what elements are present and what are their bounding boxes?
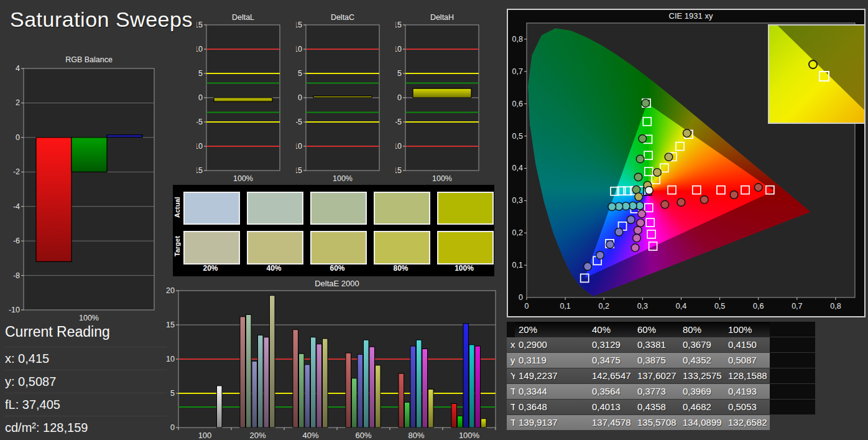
swatch-col-label: 100% [437,264,491,273]
svg-text:0,8: 0,8 [512,35,523,44]
svg-text:-2: -2 [13,167,20,176]
table-cell: 0,2900 [515,337,588,352]
cie-measured-marker [635,193,643,201]
cie-measured-marker [584,263,592,271]
svg-text:-4: -4 [13,202,20,211]
cie-inset-measured-marker [808,60,818,69]
table-header-cell [507,322,515,338]
swatch-target-40% [247,231,303,264]
svg-text:-5: -5 [296,118,302,126]
delta-h-chart[interactable]: DeltaH151050-5-10-15100% [395,7,489,187]
svg-text:10: 10 [166,355,175,363]
swatch-target-80% [374,231,430,264]
table-cell: 0,3679 [679,337,724,352]
delta-e-2000-chart[interactable]: DeltaE 20000510152010020%40%60%80%100% [163,279,499,440]
cie-measured-marker [677,199,685,207]
delta_c-bar-deltac [313,96,372,98]
delta_l-svg: DeltaL151050-5-10-15100% [196,7,290,184]
swatch-row-label-actual: Actual [173,192,182,223]
delta-e-bar [428,389,434,428]
svg-text:15: 15 [296,21,302,29]
svg-text:DeltaH: DeltaH [430,13,454,22]
delta-e-2000-svg: DeltaE 20000510152010020%40%60%80%100% [163,279,499,440]
cie-measured-marker [634,173,642,181]
table-cell: 0,4682 [679,400,724,414]
swatch-col-label: 20% [183,264,238,273]
cie-1931-chart[interactable]: CIE 1931 xy00,10,10,20,20,30,30,40,40,50… [507,9,866,317]
table-cell: 0,3564 [588,384,634,399]
cie-measured-marker [700,195,708,204]
delta-e-bar [246,315,252,428]
cie-measured-marker [638,210,646,218]
svg-text:15: 15 [196,21,203,29]
actual-target-swatch-panel[interactable]: ActualTarget20%40%60%80%100% [173,185,494,276]
delta-e-bar [463,324,469,428]
svg-text:0: 0 [525,302,529,311]
svg-text:DeltaC: DeltaC [331,13,354,22]
table-header-cell: 20% [515,322,588,338]
swatch-col-label: 40% [247,264,301,273]
table-header-cell: 40% [588,322,634,338]
delta-e-bar [258,335,264,428]
table-cell: 132,6582 [724,415,770,430]
table-cell: 137,6027 [634,368,679,383]
svg-text:15: 15 [166,321,175,329]
delta-e-bar [358,354,363,428]
delta-e-bar [323,339,328,428]
swatch-actual-20% [183,192,240,225]
svg-text:100%: 100% [233,174,253,183]
current-reading-cdm: cd/m²: 128,159 [5,416,167,439]
current-reading-panel: Current Reading x: 0,415y: 0,5087fL: 37,… [5,324,167,439]
svg-text:0,6: 0,6 [753,302,764,311]
cie-measured-marker [634,227,642,235]
delta-e-bar [410,346,416,428]
table-cell: 0,5087 [724,353,770,368]
table-cell: 0,4352 [679,353,724,368]
svg-text:0,5: 0,5 [512,132,523,141]
svg-text:0: 0 [298,93,302,102]
svg-text:100%: 100% [459,431,480,440]
table-cell: 0,3344 [515,384,588,399]
delta-e-bar [264,337,269,428]
delta-l-chart[interactable]: DeltaL151050-5-10-15100% [196,7,290,187]
delta-e-bar [405,402,410,428]
svg-text:60%: 60% [355,431,371,440]
delta-e-bar [217,386,223,428]
cie-zoom-inset [768,24,866,124]
table-cell: 0,3475 [588,353,634,368]
cie-measured-marker [633,234,641,242]
table-cell: 0,4193 [724,384,770,399]
saturation-sweep-table[interactable]: 20%40%60%80%100%x: CIE310,29000,31290,33… [507,322,815,430]
delta-e-bar [270,296,275,428]
svg-text:0,2: 0,2 [512,228,523,237]
svg-text:-8: -8 [13,271,20,280]
cie-measured-marker [637,219,645,227]
svg-text:0: 0 [198,93,203,102]
swatch-target-60% [310,231,367,264]
svg-text:0,8: 0,8 [830,302,841,311]
table-row-label: y: CIE31 [507,353,515,368]
svg-text:-15: -15 [296,166,302,175]
table-cell: 0,3119 [515,353,588,368]
cie-measured-marker [665,153,673,161]
svg-text:-6: -6 [13,236,20,245]
current-reading-y: y: 0,5087 [5,370,167,393]
svg-text:10: 10 [395,45,402,54]
delta-c-chart[interactable]: DeltaC151050-5-10-15100% [296,7,389,187]
swatch-actual-80% [374,192,430,225]
svg-text:CIE 1931 xy: CIE 1931 xy [669,11,713,21]
table-cell: 0,3648 [515,400,588,414]
svg-text:0,3: 0,3 [637,302,648,311]
svg-text:10: 10 [196,45,203,54]
delta-e-bar [475,346,481,428]
delta-e-bar [369,347,375,428]
table-cell: 134,0899 [679,415,724,430]
cie-measured-marker [632,185,640,194]
svg-text:RGB Balance: RGB Balance [65,55,113,64]
table-cell: 0,3969 [679,384,724,399]
svg-text:2: 2 [16,98,20,107]
cie-measured-marker [730,191,738,199]
svg-text:0,7: 0,7 [792,302,802,311]
rgb-balance-chart[interactable]: RGB Balance420-2-4-6-8-10100% [4,55,163,326]
svg-text:5: 5 [170,389,175,398]
